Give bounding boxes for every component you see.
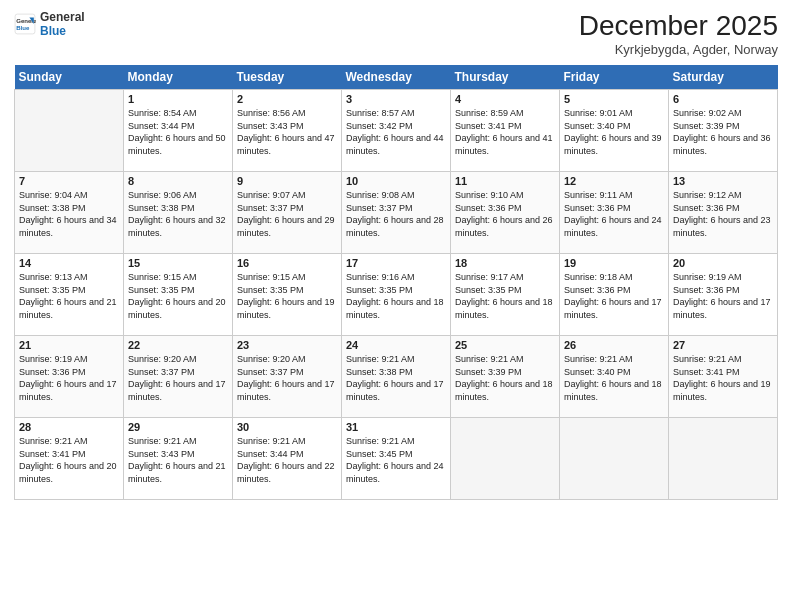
day-cell: 19Sunrise: 9:18 AMSunset: 3:36 PMDayligh… — [560, 254, 669, 336]
sun-info: Sunrise: 8:56 AMSunset: 3:43 PMDaylight:… — [237, 107, 337, 157]
day-cell: 4Sunrise: 8:59 AMSunset: 3:41 PMDaylight… — [451, 90, 560, 172]
day-number: 10 — [346, 175, 446, 187]
day-number: 15 — [128, 257, 228, 269]
sun-info: Sunrise: 8:54 AMSunset: 3:44 PMDaylight:… — [128, 107, 228, 157]
weekday-sunday: Sunday — [15, 65, 124, 90]
day-cell: 29Sunrise: 9:21 AMSunset: 3:43 PMDayligh… — [124, 418, 233, 500]
weekday-header-row: SundayMondayTuesdayWednesdayThursdayFrid… — [15, 65, 778, 90]
day-number: 23 — [237, 339, 337, 351]
day-number: 22 — [128, 339, 228, 351]
page-container: General Blue General Blue December 2025 … — [0, 0, 792, 508]
day-cell — [560, 418, 669, 500]
day-number: 2 — [237, 93, 337, 105]
weekday-saturday: Saturday — [669, 65, 778, 90]
day-number: 18 — [455, 257, 555, 269]
day-number: 14 — [19, 257, 119, 269]
day-number: 25 — [455, 339, 555, 351]
day-cell: 28Sunrise: 9:21 AMSunset: 3:41 PMDayligh… — [15, 418, 124, 500]
sun-info: Sunrise: 8:57 AMSunset: 3:42 PMDaylight:… — [346, 107, 446, 157]
day-number: 31 — [346, 421, 446, 433]
calendar-table: SundayMondayTuesdayWednesdayThursdayFrid… — [14, 65, 778, 500]
day-number: 3 — [346, 93, 446, 105]
sun-info: Sunrise: 9:16 AMSunset: 3:35 PMDaylight:… — [346, 271, 446, 321]
day-cell: 10Sunrise: 9:08 AMSunset: 3:37 PMDayligh… — [342, 172, 451, 254]
day-number: 1 — [128, 93, 228, 105]
day-number: 13 — [673, 175, 773, 187]
day-cell: 7Sunrise: 9:04 AMSunset: 3:38 PMDaylight… — [15, 172, 124, 254]
day-cell — [451, 418, 560, 500]
day-cell: 27Sunrise: 9:21 AMSunset: 3:41 PMDayligh… — [669, 336, 778, 418]
sun-info: Sunrise: 9:04 AMSunset: 3:38 PMDaylight:… — [19, 189, 119, 239]
sun-info: Sunrise: 9:13 AMSunset: 3:35 PMDaylight:… — [19, 271, 119, 321]
day-number: 29 — [128, 421, 228, 433]
title-section: December 2025 Kyrkjebygda, Agder, Norway — [579, 10, 778, 57]
sun-info: Sunrise: 9:08 AMSunset: 3:37 PMDaylight:… — [346, 189, 446, 239]
day-number: 4 — [455, 93, 555, 105]
weekday-friday: Friday — [560, 65, 669, 90]
sun-info: Sunrise: 9:21 AMSunset: 3:38 PMDaylight:… — [346, 353, 446, 403]
day-cell: 30Sunrise: 9:21 AMSunset: 3:44 PMDayligh… — [233, 418, 342, 500]
day-cell: 15Sunrise: 9:15 AMSunset: 3:35 PMDayligh… — [124, 254, 233, 336]
day-number: 24 — [346, 339, 446, 351]
day-number: 26 — [564, 339, 664, 351]
sun-info: Sunrise: 9:11 AMSunset: 3:36 PMDaylight:… — [564, 189, 664, 239]
day-cell: 22Sunrise: 9:20 AMSunset: 3:37 PMDayligh… — [124, 336, 233, 418]
day-cell: 1Sunrise: 8:54 AMSunset: 3:44 PMDaylight… — [124, 90, 233, 172]
day-cell: 8Sunrise: 9:06 AMSunset: 3:38 PMDaylight… — [124, 172, 233, 254]
sun-info: Sunrise: 8:59 AMSunset: 3:41 PMDaylight:… — [455, 107, 555, 157]
day-cell: 5Sunrise: 9:01 AMSunset: 3:40 PMDaylight… — [560, 90, 669, 172]
sun-info: Sunrise: 9:10 AMSunset: 3:36 PMDaylight:… — [455, 189, 555, 239]
day-cell — [15, 90, 124, 172]
day-cell: 2Sunrise: 8:56 AMSunset: 3:43 PMDaylight… — [233, 90, 342, 172]
logo-general: General — [40, 10, 85, 24]
day-number: 20 — [673, 257, 773, 269]
sun-info: Sunrise: 9:17 AMSunset: 3:35 PMDaylight:… — [455, 271, 555, 321]
day-number: 27 — [673, 339, 773, 351]
day-cell — [669, 418, 778, 500]
sun-info: Sunrise: 9:12 AMSunset: 3:36 PMDaylight:… — [673, 189, 773, 239]
sun-info: Sunrise: 9:06 AMSunset: 3:38 PMDaylight:… — [128, 189, 228, 239]
logo-icon: General Blue — [14, 13, 36, 35]
day-cell: 18Sunrise: 9:17 AMSunset: 3:35 PMDayligh… — [451, 254, 560, 336]
day-cell: 3Sunrise: 8:57 AMSunset: 3:42 PMDaylight… — [342, 90, 451, 172]
day-cell: 31Sunrise: 9:21 AMSunset: 3:45 PMDayligh… — [342, 418, 451, 500]
day-number: 9 — [237, 175, 337, 187]
sun-info: Sunrise: 9:21 AMSunset: 3:39 PMDaylight:… — [455, 353, 555, 403]
sun-info: Sunrise: 9:21 AMSunset: 3:40 PMDaylight:… — [564, 353, 664, 403]
month-title: December 2025 — [579, 10, 778, 42]
day-number: 19 — [564, 257, 664, 269]
day-cell: 16Sunrise: 9:15 AMSunset: 3:35 PMDayligh… — [233, 254, 342, 336]
svg-text:Blue: Blue — [16, 25, 30, 31]
logo-blue: Blue — [40, 24, 85, 38]
day-number: 12 — [564, 175, 664, 187]
week-row-2: 7Sunrise: 9:04 AMSunset: 3:38 PMDaylight… — [15, 172, 778, 254]
location: Kyrkjebygda, Agder, Norway — [579, 42, 778, 57]
logo: General Blue General Blue — [14, 10, 85, 39]
header: General Blue General Blue December 2025 … — [14, 10, 778, 57]
sun-info: Sunrise: 9:19 AMSunset: 3:36 PMDaylight:… — [673, 271, 773, 321]
sun-info: Sunrise: 9:19 AMSunset: 3:36 PMDaylight:… — [19, 353, 119, 403]
sun-info: Sunrise: 9:01 AMSunset: 3:40 PMDaylight:… — [564, 107, 664, 157]
day-cell: 17Sunrise: 9:16 AMSunset: 3:35 PMDayligh… — [342, 254, 451, 336]
day-cell: 23Sunrise: 9:20 AMSunset: 3:37 PMDayligh… — [233, 336, 342, 418]
day-cell: 11Sunrise: 9:10 AMSunset: 3:36 PMDayligh… — [451, 172, 560, 254]
day-cell: 21Sunrise: 9:19 AMSunset: 3:36 PMDayligh… — [15, 336, 124, 418]
weekday-tuesday: Tuesday — [233, 65, 342, 90]
day-cell: 6Sunrise: 9:02 AMSunset: 3:39 PMDaylight… — [669, 90, 778, 172]
weekday-wednesday: Wednesday — [342, 65, 451, 90]
day-number: 5 — [564, 93, 664, 105]
sun-info: Sunrise: 9:21 AMSunset: 3:45 PMDaylight:… — [346, 435, 446, 485]
sun-info: Sunrise: 9:07 AMSunset: 3:37 PMDaylight:… — [237, 189, 337, 239]
day-number: 28 — [19, 421, 119, 433]
weekday-monday: Monday — [124, 65, 233, 90]
day-cell: 14Sunrise: 9:13 AMSunset: 3:35 PMDayligh… — [15, 254, 124, 336]
day-number: 16 — [237, 257, 337, 269]
day-cell: 25Sunrise: 9:21 AMSunset: 3:39 PMDayligh… — [451, 336, 560, 418]
day-number: 8 — [128, 175, 228, 187]
day-number: 17 — [346, 257, 446, 269]
day-cell: 26Sunrise: 9:21 AMSunset: 3:40 PMDayligh… — [560, 336, 669, 418]
week-row-3: 14Sunrise: 9:13 AMSunset: 3:35 PMDayligh… — [15, 254, 778, 336]
weekday-thursday: Thursday — [451, 65, 560, 90]
day-number: 7 — [19, 175, 119, 187]
day-number: 6 — [673, 93, 773, 105]
